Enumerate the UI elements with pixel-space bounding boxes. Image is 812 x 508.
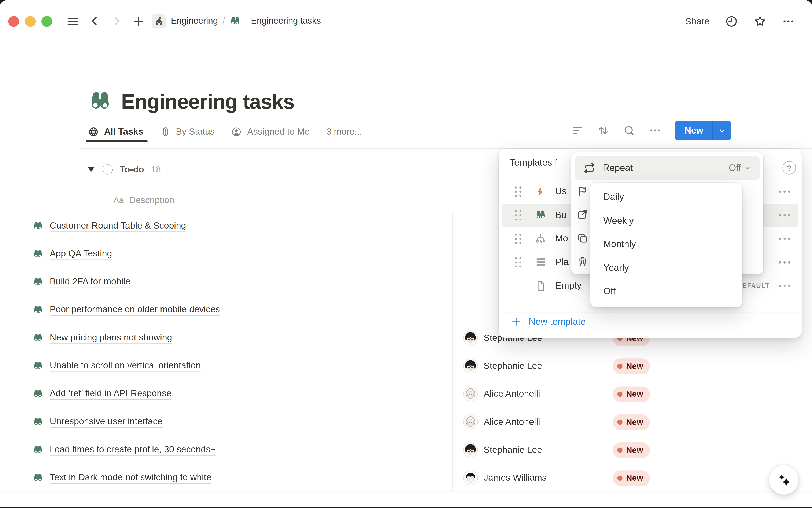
drag-handle-icon[interactable] xyxy=(515,186,522,197)
template-options-icon[interactable] xyxy=(779,190,790,193)
macos-traffic-lights[interactable] xyxy=(8,16,52,27)
task-title[interactable]: Add ‘ref’ field in API Response xyxy=(50,388,172,400)
filter-icon[interactable] xyxy=(571,124,584,137)
status-cell[interactable]: New xyxy=(606,352,812,380)
title-cell[interactable]: Build 2FA for mobile xyxy=(0,268,452,296)
breadcrumb-page[interactable]: Engineering tasks xyxy=(251,16,321,26)
back-icon[interactable] xyxy=(89,15,101,28)
template-options-icon[interactable] xyxy=(779,238,790,240)
task-title[interactable]: Load times to create profile, 30 seconds… xyxy=(50,444,216,456)
table-row[interactable]: Add ‘ref’ field in API Response Alice An… xyxy=(0,380,812,408)
more-options-icon[interactable] xyxy=(782,14,795,28)
table-row[interactable]: Unresponsive user interface Alice Antone… xyxy=(0,408,812,436)
assignee-name[interactable]: Stephanie Lee xyxy=(484,444,542,455)
status-cell[interactable]: New xyxy=(606,380,812,408)
task-title[interactable]: Build 2FA for mobile xyxy=(50,276,130,288)
binoculars-icon xyxy=(33,333,43,343)
task-title[interactable]: Poor performance on older mobile devices xyxy=(50,304,220,316)
title-cell[interactable]: Text in Dark mode not switching to white xyxy=(0,464,452,492)
assignee-cell[interactable]: Stephanie Lee xyxy=(452,352,606,380)
ai-assistant-button[interactable] xyxy=(769,465,799,495)
new-button[interactable]: New xyxy=(675,121,713,140)
title-cell[interactable]: Poor performance on older mobile devices xyxy=(0,296,452,324)
minimize-window-button[interactable] xyxy=(25,16,36,27)
share-button[interactable]: Share xyxy=(685,16,710,27)
title-cell[interactable]: Unresponsive user interface xyxy=(0,408,452,436)
repeat-option-off[interactable]: Off xyxy=(590,280,742,303)
favorite-star-icon[interactable] xyxy=(754,14,766,28)
table-row[interactable]: Unable to scroll on vertical orientation… xyxy=(0,352,812,380)
title-cell[interactable]: Unable to scroll on vertical orientation xyxy=(0,352,452,380)
status-badge[interactable]: New xyxy=(613,414,650,430)
tab-all-tasks[interactable]: All Tasks xyxy=(88,126,143,137)
group-name[interactable]: To-do xyxy=(120,164,144,175)
task-title[interactable]: Unable to scroll on vertical orientation xyxy=(50,360,201,372)
zoom-window-button[interactable] xyxy=(41,16,52,27)
repeat-option-yearly[interactable]: Yearly xyxy=(590,256,742,280)
title-cell[interactable]: Customer Round Table & Scoping xyxy=(0,212,452,240)
collapse-triangle-icon[interactable] xyxy=(88,167,95,172)
duplicate-icon[interactable] xyxy=(577,226,589,250)
template-options-icon[interactable] xyxy=(779,214,790,216)
new-dropdown-button[interactable] xyxy=(713,121,731,140)
status-badge[interactable]: New xyxy=(613,386,650,401)
sort-icon[interactable] xyxy=(597,124,610,137)
forward-icon[interactable] xyxy=(110,15,123,28)
workspace-building-icon[interactable] xyxy=(152,14,166,28)
assignee-name[interactable]: Alice Antonelli xyxy=(484,417,540,427)
assignee-name[interactable]: Alice Antonelli xyxy=(484,388,540,399)
template-options-icon[interactable] xyxy=(779,261,790,263)
view-options-icon[interactable] xyxy=(649,124,662,137)
new-template-button[interactable]: New template xyxy=(511,312,586,331)
task-title[interactable]: New pricing plans not showing xyxy=(50,332,172,344)
title-cell[interactable]: Add ‘ref’ field in API Response xyxy=(0,380,452,408)
assignee-name[interactable]: Stephanie Lee xyxy=(484,361,542,371)
assignee-cell[interactable]: Alice Antonelli xyxy=(452,380,606,408)
drag-handle-icon[interactable] xyxy=(515,257,522,267)
trash-icon[interactable] xyxy=(577,250,589,273)
repeat-option-monthly[interactable]: Monthly xyxy=(590,232,742,256)
title-cell[interactable]: New pricing plans not showing xyxy=(0,324,452,352)
column-header[interactable]: Aa Description xyxy=(80,188,174,212)
task-title[interactable]: Customer Round Table & Scoping xyxy=(50,220,186,232)
title-cell[interactable]: Load times to create profile, 30 seconds… xyxy=(0,436,452,464)
close-window-button[interactable] xyxy=(8,16,19,27)
tab-assigned-to-me[interactable]: Assigned to Me xyxy=(231,126,310,137)
task-title[interactable]: Unresponsive user interface xyxy=(50,416,163,428)
repeat-option-daily[interactable]: Daily xyxy=(590,185,742,209)
flag-icon[interactable] xyxy=(577,179,589,203)
edit-open-icon[interactable] xyxy=(577,203,589,226)
help-icon[interactable]: ? xyxy=(782,161,796,175)
task-title[interactable]: Text in Dark mode not switching to white xyxy=(50,472,212,484)
assignee-cell[interactable]: Alice Antonelli xyxy=(452,408,606,436)
status-cell[interactable]: New xyxy=(606,436,812,464)
title-cell[interactable]: App QA Testing xyxy=(0,240,452,268)
tab-more-views[interactable]: 3 more... xyxy=(326,126,362,137)
template-options-icon[interactable] xyxy=(779,285,790,287)
table-row[interactable]: Text in Dark mode not switching to white… xyxy=(0,464,812,492)
new-page-plus-icon[interactable] xyxy=(132,15,144,28)
assignee-cell[interactable]: Stephanie Lee xyxy=(452,436,606,464)
drag-handle-icon[interactable] xyxy=(515,234,522,244)
status-badge[interactable]: New xyxy=(613,442,650,458)
breadcrumb-workspace[interactable]: Engineering xyxy=(171,16,218,26)
repeat-option-weekly[interactable]: Weekly xyxy=(590,209,742,232)
repeat-menu-item[interactable]: Repeat Off xyxy=(575,156,760,180)
repeat-value[interactable]: Off xyxy=(729,163,741,173)
tab-by-status[interactable]: By Status xyxy=(160,126,215,137)
status-traffic-icon xyxy=(160,126,171,137)
search-icon[interactable] xyxy=(623,124,635,137)
assignee-cell[interactable]: James Williams xyxy=(452,464,606,492)
updates-clock-icon[interactable] xyxy=(725,14,738,28)
status-badge[interactable]: New xyxy=(613,358,650,374)
task-title[interactable]: App QA Testing xyxy=(50,248,112,260)
status-badge[interactable]: New xyxy=(613,470,650,485)
status-label: New xyxy=(626,417,643,427)
page-binoculars-icon[interactable] xyxy=(88,89,112,114)
assignee-name[interactable]: James Williams xyxy=(484,472,547,483)
sidebar-menu-icon[interactable] xyxy=(66,14,79,28)
status-cell[interactable]: New xyxy=(606,408,812,436)
table-row[interactable]: Load times to create profile, 30 seconds… xyxy=(0,436,812,464)
page-title[interactable]: Engineering tasks xyxy=(121,90,295,113)
drag-handle-icon[interactable] xyxy=(515,210,522,220)
